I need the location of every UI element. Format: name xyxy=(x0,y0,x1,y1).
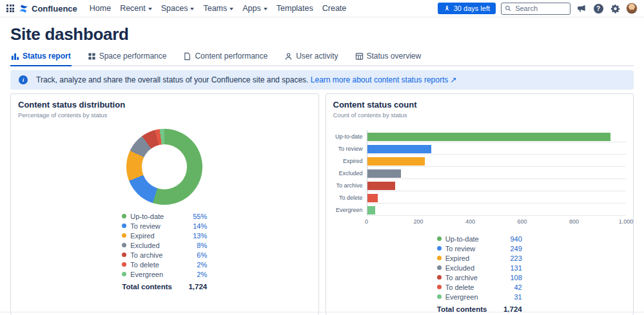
legend-value: 6% xyxy=(197,251,207,259)
legend-value: 131 xyxy=(510,264,522,272)
legend-item: To archive6% xyxy=(122,250,207,260)
nav-item-apps[interactable]: Apps xyxy=(238,4,272,13)
card-subtitle: Count of contents by status xyxy=(333,111,627,119)
trial-days-left-button[interactable]: 30 days left xyxy=(438,3,496,14)
card-title: Content status distribution xyxy=(18,100,311,110)
bar-track xyxy=(367,167,627,179)
bar-category-label: To archive xyxy=(333,182,367,189)
nav-item-recent[interactable]: Recent xyxy=(115,4,157,13)
search-icon xyxy=(505,5,511,12)
card-title: Content status count xyxy=(333,100,627,110)
axis-tick-label: 200 xyxy=(413,218,423,225)
x-axis: 02004006008001.000 xyxy=(333,216,627,227)
legend-label: To delete xyxy=(445,283,511,291)
tab-label: Content performance xyxy=(195,52,268,61)
legend-value: 2% xyxy=(197,261,207,269)
confluence-logo-icon xyxy=(19,4,28,14)
nav-item-spaces[interactable]: Spaces xyxy=(157,4,199,13)
legend-dot xyxy=(122,233,126,238)
legend-dot xyxy=(437,265,442,270)
legend-label: Expired xyxy=(130,232,189,240)
learn-more-link[interactable]: Learn more about content status reports … xyxy=(311,75,457,84)
legend-item: Expired223 xyxy=(437,253,522,263)
tab-user-activity[interactable]: User activity xyxy=(284,50,338,65)
axis-tick-label: 400 xyxy=(465,218,475,225)
bar-legend: Up-to-date940To review249Expired223Exclu… xyxy=(437,234,522,313)
card-subtitle: Percentage of contents by status xyxy=(18,111,311,119)
tab-space-performance[interactable]: Space performance xyxy=(87,50,168,65)
donut-legend: Up-to-date55%To review14%Expired13%Exclu… xyxy=(122,211,207,291)
bar-category-label: To review xyxy=(333,146,367,152)
user-icon xyxy=(284,52,293,61)
content-status-count-card: Content status count Count of contents b… xyxy=(326,93,634,315)
bar-category-label: Excluded xyxy=(333,170,367,177)
legend-dot xyxy=(122,243,126,247)
nav-item-templates[interactable]: Templates xyxy=(272,4,318,13)
legend-dot xyxy=(437,236,442,241)
legend-dot xyxy=(122,262,126,267)
bar-row: To archive xyxy=(333,179,627,191)
bar-category-label: Evergreen xyxy=(333,207,367,213)
legend-item: Evergreen31 xyxy=(437,292,522,301)
legend-label: Expired xyxy=(445,254,507,262)
help-icon[interactable]: ? xyxy=(592,3,604,14)
legend-dot xyxy=(437,246,442,251)
axis-tick-label: 600 xyxy=(517,218,527,225)
app-switcher-icon[interactable] xyxy=(4,2,17,15)
nav-item-teams[interactable]: Teams xyxy=(199,4,238,13)
bar-category-label: Expired xyxy=(333,158,367,164)
legend-item: To archive108 xyxy=(437,272,522,282)
bar xyxy=(367,169,402,178)
document-icon xyxy=(183,52,191,61)
profile-avatar[interactable] xyxy=(626,3,638,14)
info-banner: i Track, analyze and share the overall s… xyxy=(10,70,634,90)
announcements-icon[interactable] xyxy=(576,3,587,14)
tab-label: Status overview xyxy=(367,52,422,61)
table-icon xyxy=(355,52,364,61)
legend-dot xyxy=(122,224,126,228)
chevron-down-icon xyxy=(148,8,152,10)
legend-label: To delete xyxy=(130,261,193,269)
bar xyxy=(367,182,395,190)
legend-item: Expired13% xyxy=(122,231,207,240)
tab-content-performance[interactable]: Content performance xyxy=(182,50,268,65)
search-input[interactable] xyxy=(514,4,567,13)
bar-track xyxy=(367,155,627,167)
legend-dot xyxy=(437,256,442,260)
nav-item-home[interactable]: Home xyxy=(85,4,115,13)
tab-label: User activity xyxy=(296,52,338,61)
legend-label: To review xyxy=(130,222,189,230)
page-title: Site dashboard xyxy=(10,24,634,44)
legend-item: Evergreen2% xyxy=(122,269,207,279)
axis-tick-label: 0 xyxy=(365,218,368,225)
legend-item: To delete42 xyxy=(437,282,522,292)
nav-label: Apps xyxy=(242,4,261,13)
legend-value: 249 xyxy=(510,245,522,253)
legend-item: Excluded8% xyxy=(122,240,207,250)
settings-gear-icon[interactable] xyxy=(609,3,621,14)
search-box[interactable] xyxy=(501,3,571,15)
horizontal-bar-chart: Up-to-dateTo reviewExpiredExcludedTo arc… xyxy=(333,130,627,227)
bar-row: Evergreen xyxy=(333,204,627,216)
bar-row: To delete xyxy=(333,191,627,204)
bar-row: To review xyxy=(333,142,627,155)
legend-item: To review14% xyxy=(122,221,207,231)
legend-item: Up-to-date940 xyxy=(437,234,522,243)
legend-item: To review249 xyxy=(437,243,522,253)
tab-status-overview[interactable]: Status overview xyxy=(355,50,422,65)
legend-label: Evergreen xyxy=(445,293,511,301)
bar-track xyxy=(367,142,627,155)
legend-value: 42 xyxy=(514,283,522,291)
legend-label: Up-to-date xyxy=(445,235,507,243)
legend-item: Up-to-date55% xyxy=(122,211,207,221)
legend-value: 108 xyxy=(510,274,522,282)
legend-dot xyxy=(437,275,442,280)
bar-row: Excluded xyxy=(333,167,627,179)
tab-status-report[interactable]: Status report xyxy=(10,50,72,65)
legend-item: Excluded131 xyxy=(437,263,522,272)
bar-category-label: To delete xyxy=(333,195,367,201)
confluence-logo[interactable]: Confluence xyxy=(19,4,77,14)
chevron-down-icon xyxy=(264,8,268,10)
legend-total: Total contents1,724 xyxy=(122,283,207,291)
create-button[interactable]: Create xyxy=(318,4,351,13)
